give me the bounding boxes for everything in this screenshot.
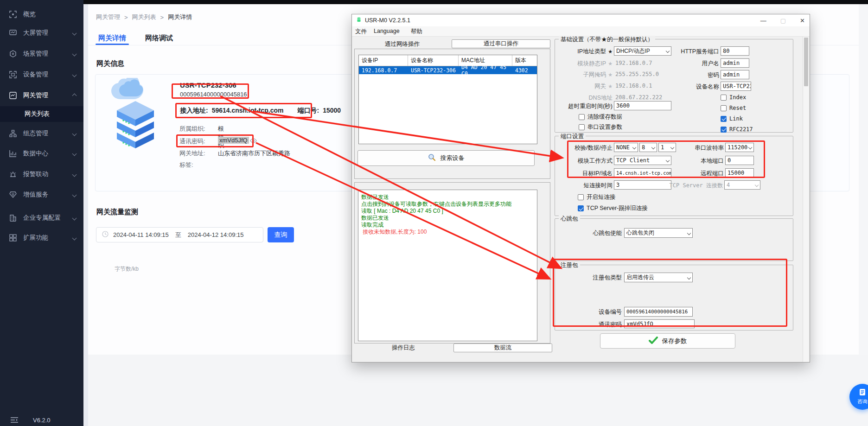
reset-checkbox-row[interactable]: Reset bbox=[721, 105, 746, 111]
checkbox-unchecked-icon[interactable] bbox=[579, 114, 585, 120]
dialog-titlebar[interactable]: USR-M0 V2.2.5.1 — ▢ ✕ bbox=[352, 14, 810, 26]
dialog-password-input[interactable]: admin bbox=[721, 70, 749, 79]
tab-operation-log[interactable]: 操作日志 bbox=[354, 343, 453, 352]
date-from[interactable]: 2024-04-11 14:09:15 bbox=[113, 231, 169, 238]
sidebar-item-gateway[interactable]: 网关管理 bbox=[0, 87, 83, 104]
col-device-ip[interactable]: 设备IP bbox=[359, 55, 408, 66]
device-name-input[interactable]: USR-TCP23 bbox=[721, 82, 751, 91]
comm-password-input[interactable]: xmVd5JfQ bbox=[624, 319, 695, 328]
register-type-select[interactable]: 启用透传云 bbox=[624, 273, 693, 282]
cell-device-name: USR-TCP232-306 bbox=[408, 67, 459, 74]
device-name-label: 设备名称 bbox=[658, 83, 719, 91]
minimize-button[interactable]: — bbox=[760, 17, 766, 24]
tab-via-serial[interactable]: 通过串口操作 bbox=[452, 39, 550, 48]
sidebar-subitem-label: 网关列表 bbox=[25, 110, 50, 118]
heartbeat-enable-select[interactable]: 心跳包关闭 bbox=[624, 228, 693, 238]
dns-label: DNS地址 bbox=[555, 94, 613, 102]
mask-value: 255.255.255.0 bbox=[615, 71, 659, 77]
sidebar-item-label: 报警联动 bbox=[23, 170, 48, 178]
search-device-button[interactable]: 搜索设备 bbox=[357, 150, 535, 166]
access-label: 接入地址: bbox=[180, 107, 208, 115]
tcp-server-conn-select[interactable]: 4 bbox=[724, 180, 760, 190]
http-port-input[interactable]: 80 bbox=[721, 46, 749, 56]
sidebar-subitem-gateway-list[interactable]: 网关列表 bbox=[0, 106, 83, 122]
page-scroll-track[interactable] bbox=[83, 0, 88, 426]
sidebar-item-datacenter[interactable]: 数据中心 bbox=[0, 145, 83, 162]
timeout-label: 超时重启时间(秒) bbox=[550, 102, 613, 110]
sidebar-item-alarm[interactable]: 报警联动 bbox=[0, 166, 83, 183]
checkbox-checked-icon[interactable] bbox=[578, 205, 584, 211]
breadcrumb-item[interactable]: 网关管理 bbox=[96, 13, 120, 21]
tab-network-debug[interactable]: 网络调试 bbox=[145, 34, 173, 43]
col-version[interactable]: 版本 bbox=[512, 55, 537, 66]
device-table-row-selected[interactable]: 192.168.0.7 USR-TCP232-306 D4 AD 20 47 4… bbox=[359, 66, 537, 74]
databits-select[interactable]: 8 bbox=[639, 143, 657, 152]
close-button[interactable]: ✕ bbox=[800, 17, 805, 24]
tab-via-network[interactable]: 通过网络操作 bbox=[354, 40, 450, 49]
menu-help[interactable]: 帮助 bbox=[411, 28, 422, 36]
chevron-down-icon bbox=[72, 51, 77, 56]
rfc2217-checkbox-row[interactable]: RFC2217 bbox=[721, 126, 753, 133]
device-icon bbox=[9, 71, 17, 79]
baud-select[interactable]: 115200 bbox=[725, 143, 754, 152]
reset-label: Reset bbox=[729, 105, 746, 111]
kick-old-checkbox-row[interactable]: TCP Server-踢掉旧连接 bbox=[578, 204, 648, 212]
link-checkbox-row[interactable]: Link bbox=[721, 115, 743, 122]
local-port-input[interactable]: 0 bbox=[725, 156, 754, 165]
save-params-button[interactable]: 保存参数 bbox=[600, 333, 735, 349]
sidebar-item-device[interactable]: 设备管理 bbox=[0, 66, 83, 83]
remote-port-input[interactable]: 15000 bbox=[725, 168, 754, 178]
search-device-label: 搜索设备 bbox=[440, 154, 465, 162]
cell-mac: D4 AD 20 47 45 C0 bbox=[459, 64, 512, 77]
target-ip-input[interactable]: 14.cnsh.iot-tcp.com bbox=[614, 168, 671, 178]
collapse-sidebar-icon[interactable] bbox=[10, 417, 19, 423]
password-label: 通讯密码: bbox=[179, 138, 205, 145]
sidebar-item-extension[interactable]: 扩展功能 bbox=[0, 229, 83, 246]
chat-doc-icon bbox=[859, 388, 866, 398]
checkbox-unchecked-icon[interactable] bbox=[721, 105, 727, 111]
device-no-input[interactable]: 00059614000000045816 bbox=[624, 307, 693, 317]
maximize-button[interactable]: ▢ bbox=[780, 17, 786, 24]
gateway-access-row: 接入地址: 59614.cnsh.iot-tcp.com 端口号: 15000 bbox=[180, 107, 341, 115]
date-range-picker[interactable]: 2024-04-11 14:09:15 至 2024-04-12 14:09:1… bbox=[96, 227, 263, 242]
required-star: ★ bbox=[608, 83, 613, 89]
sidebar-item-vas[interactable]: 增值服务 bbox=[0, 186, 83, 203]
workmode-select[interactable]: TCP Client bbox=[614, 156, 671, 165]
chevron-down-icon bbox=[72, 192, 77, 197]
eye-icon[interactable] bbox=[250, 138, 257, 145]
register-title: 注册包 bbox=[559, 261, 580, 269]
tab-gateway-detail[interactable]: 网关详情 bbox=[98, 34, 126, 43]
checkbox-unchecked-icon[interactable] bbox=[578, 194, 584, 200]
heartbeat-group: 心跳包 bbox=[555, 218, 793, 261]
date-to[interactable]: 2024-04-12 14:09:15 bbox=[188, 231, 244, 238]
checkbox-checked-icon[interactable] bbox=[721, 127, 727, 133]
menu-file[interactable]: 文件 bbox=[355, 28, 367, 36]
index-checkbox-row[interactable]: Index bbox=[721, 94, 746, 101]
checkbox-checked-icon[interactable] bbox=[721, 116, 727, 122]
serial-param-checkbox-row[interactable]: 串口设置参数 bbox=[579, 123, 622, 131]
dialog-scrollbar-thumb[interactable] bbox=[804, 38, 808, 86]
timeout-input[interactable]: 3600 bbox=[614, 101, 671, 110]
short-conn-checkbox-row[interactable]: 开启短连接 bbox=[578, 193, 616, 201]
menu-language[interactable]: Language bbox=[374, 28, 400, 34]
port-label: 端口号: bbox=[298, 107, 319, 115]
sidebar-item-bigscreen[interactable]: 大屏管理 bbox=[0, 25, 83, 41]
log-output[interactable]: 数据已发送 点击搜到的设备可读取参数，右键点击设备列表显示更多功能 读取 [ M… bbox=[358, 190, 537, 341]
query-button[interactable]: 查询 bbox=[268, 227, 294, 242]
tab-data-stream[interactable]: 数据流 bbox=[453, 343, 552, 352]
sidebar-item-scene[interactable]: 场景管理 bbox=[0, 45, 83, 62]
sidebar-item-overview[interactable]: 概览 bbox=[0, 6, 83, 23]
col-device-name[interactable]: 设备名称 bbox=[408, 55, 459, 66]
usr-m0-dialog: USR-M0 V2.2.5.1 — ▢ ✕ 文件 Language 帮助 通过网… bbox=[351, 14, 810, 362]
dialog-scrollbar[interactable] bbox=[803, 37, 809, 362]
sidebar-item-enterprise[interactable]: 企业专属配置 bbox=[0, 210, 83, 226]
checkbox-unchecked-icon[interactable] bbox=[579, 124, 585, 130]
extension-icon bbox=[9, 234, 17, 242]
checkbox-unchecked-icon[interactable] bbox=[721, 95, 727, 101]
breadcrumb-item[interactable]: 网关列表 bbox=[132, 13, 156, 21]
sidebar-item-config[interactable]: 组态管理 bbox=[0, 125, 83, 142]
overview-icon bbox=[9, 11, 17, 19]
parity-select[interactable]: NONE bbox=[614, 143, 638, 152]
clear-cache-checkbox-row[interactable]: 清除缓存数据 bbox=[579, 113, 622, 121]
username-input[interactable]: admin bbox=[721, 58, 749, 68]
